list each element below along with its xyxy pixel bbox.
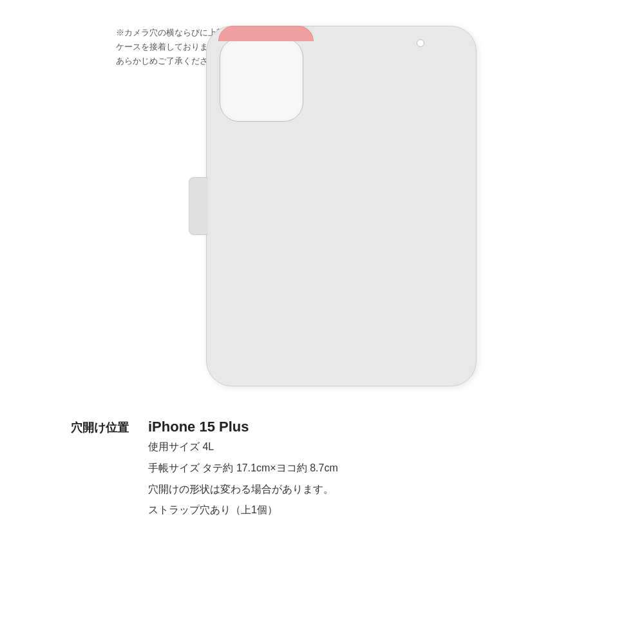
product-strap: ストラップ穴あり（上1個） (148, 501, 338, 520)
product-model: iPhone 15 Plus (148, 419, 338, 435)
fold-accent-top (218, 26, 314, 41)
side-tab (189, 177, 208, 235)
phone-case (206, 26, 477, 386)
product-size-label: 使用サイズ 4L (148, 438, 338, 457)
info-section: 穴開け位置 iPhone 15 Plus 使用サイズ 4L 手帳サイズ タテ約 … (32, 406, 612, 533)
camera-inner (223, 41, 300, 118)
hole-position-label: 穴開け位置 (71, 419, 129, 435)
strap-hole (417, 39, 424, 47)
case-illustration: ※カメラ穴の横ならびに上部は ケースを接着しておりません。 あらかじめご了承くだ… (97, 6, 547, 406)
info-details: iPhone 15 Plus 使用サイズ 4L 手帳サイズ タテ約 17.1cm… (148, 419, 338, 520)
page-container: ※カメラ穴の横ならびに上部は ケースを接着しておりません。 あらかじめご了承くだ… (0, 0, 644, 644)
camera-cutout (220, 38, 303, 122)
product-hole-shape: 穴開けの形状は変わる場合があります。 (148, 480, 338, 499)
product-notebook-size: 手帳サイズ タテ約 17.1cm×ヨコ約 8.7cm (148, 459, 338, 478)
